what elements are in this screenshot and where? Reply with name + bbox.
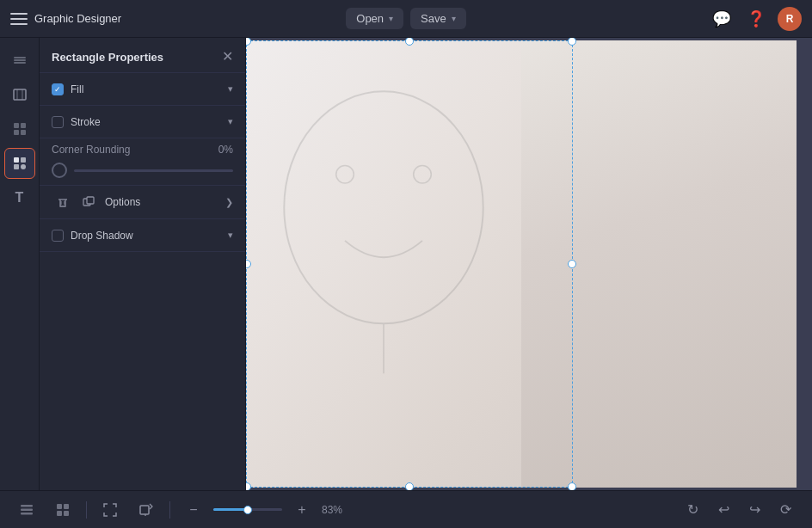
canvas-area[interactable] [246, 38, 812, 490]
svg-rect-26 [64, 504, 69, 509]
bottombar: − + 83% ↻ ↩ ↪ ⟳ [0, 490, 812, 528]
svg-rect-2 [14, 62, 26, 64]
redo-button[interactable]: ↪ [741, 497, 767, 523]
drop-shadow-checkbox[interactable] [52, 230, 64, 242]
svg-rect-11 [21, 157, 26, 163]
stroke-row: Stroke ▾ [40, 106, 245, 138]
corner-header: Corner Rounding 0% [52, 144, 233, 156]
menu-icon[interactable] [10, 13, 28, 25]
balloon-svg [263, 75, 504, 384]
options-chevron-icon[interactable]: ❯ [225, 197, 233, 208]
save-label: Save [421, 12, 446, 25]
sidebar-icon-elements[interactable] [4, 148, 35, 179]
fill-row: Fill ▾ [40, 73, 245, 106]
person-silhouette [521, 40, 797, 488]
properties-panel: Rectangle Properties ✕ Fill ▾ Stroke ▾ C… [40, 38, 246, 490]
layers-panel-icon[interactable] [14, 497, 40, 523]
refresh-icon-btn[interactable]: ↻ [680, 497, 705, 523]
svg-rect-24 [21, 513, 33, 515]
handle-mid-right[interactable] [568, 260, 576, 268]
open-button[interactable]: Open ▾ [346, 8, 403, 29]
svg-rect-12 [14, 164, 19, 169]
fit-screen-icon[interactable] [97, 497, 123, 523]
svg-rect-28 [64, 511, 69, 516]
options-label: Options [105, 196, 225, 208]
topbar-center: Open ▾ Save ▾ [346, 8, 465, 29]
topbar-right: 💬 ❓ R [466, 6, 802, 32]
zoom-control: − + 83% [181, 497, 349, 523]
zoom-thumb[interactable] [243, 506, 252, 514]
resize-icon[interactable] [133, 497, 159, 523]
panel-title: Rectangle Properties [52, 51, 163, 64]
undo-button[interactable]: ↩ [710, 497, 736, 523]
bottom-divider-2 [169, 501, 170, 519]
corner-circle-toggle[interactable] [52, 163, 67, 178]
svg-point-18 [284, 91, 483, 323]
stroke-expand-icon[interactable]: ▾ [228, 116, 233, 127]
svg-rect-7 [21, 123, 26, 128]
avatar[interactable]: R [778, 7, 802, 31]
svg-point-13 [21, 164, 26, 169]
handle-bottom-mid[interactable] [405, 482, 414, 490]
corner-value: 0% [218, 144, 233, 156]
svg-rect-0 [14, 57, 26, 58]
fill-checkbox[interactable] [52, 83, 64, 95]
history-icon-btn[interactable]: ⟳ [772, 497, 798, 523]
svg-rect-27 [57, 511, 62, 516]
help-icon-btn[interactable]: ❓ [743, 6, 769, 32]
zoom-in-button[interactable]: + [289, 497, 315, 523]
zoom-out-button[interactable]: − [181, 497, 206, 523]
open-label: Open [356, 12, 384, 25]
sidebar-icon-grid[interactable] [4, 114, 35, 144]
chat-icon-btn[interactable]: 💬 [709, 6, 735, 32]
main-area: T Rectangle Properties ✕ Fill ▾ Stroke ▾… [0, 38, 812, 490]
sidebar-icons: T [0, 38, 40, 490]
app-title: Graphic Designer [34, 12, 121, 25]
svg-rect-10 [14, 157, 19, 163]
options-row: Options ❯ [40, 186, 245, 219]
canvas-content [246, 38, 812, 490]
duplicate-icon[interactable] [77, 191, 100, 213]
save-chevron: ▾ [452, 14, 456, 23]
svg-rect-8 [14, 130, 19, 135]
handle-bottom-right[interactable] [568, 482, 576, 490]
sidebar-icon-text[interactable]: T [4, 182, 35, 213]
sidebar-icon-layers[interactable] [4, 45, 35, 76]
svg-rect-25 [57, 504, 62, 509]
topbar-left: Graphic Designer [10, 12, 346, 25]
corner-rounding-row: Corner Rounding 0% [40, 138, 245, 186]
sidebar-icon-adjust[interactable] [4, 79, 35, 110]
stroke-checkbox[interactable] [52, 116, 64, 128]
svg-rect-1 [14, 59, 26, 61]
grid-view-icon[interactable] [50, 497, 76, 523]
svg-point-20 [414, 165, 432, 183]
svg-rect-6 [14, 123, 19, 128]
zoom-slider[interactable] [213, 508, 282, 511]
fill-label: Fill [71, 83, 228, 95]
panel-header: Rectangle Properties ✕ [40, 38, 245, 73]
fill-expand-icon[interactable]: ▾ [228, 83, 233, 95]
svg-rect-23 [21, 508, 33, 511]
drop-shadow-row: Drop Shadow ▾ [40, 219, 245, 252]
corner-slider[interactable] [74, 169, 233, 172]
delete-icon[interactable] [52, 191, 74, 213]
corner-controls [52, 161, 233, 180]
handle-bottom-left[interactable] [246, 482, 251, 490]
options-icons [52, 191, 100, 213]
svg-rect-29 [140, 506, 149, 514]
zoom-fill [213, 508, 248, 511]
corner-title: Corner Rounding [52, 144, 130, 156]
close-panel-button[interactable]: ✕ [222, 50, 233, 64]
drop-shadow-label: Drop Shadow [71, 230, 228, 242]
svg-rect-17 [87, 197, 94, 204]
open-chevron: ▾ [389, 14, 393, 23]
drop-shadow-expand-icon[interactable]: ▾ [228, 230, 233, 241]
svg-rect-22 [21, 505, 33, 507]
save-button[interactable]: Save ▾ [410, 8, 466, 29]
topbar: Graphic Designer Open ▾ Save ▾ 💬 ❓ R [0, 0, 812, 38]
svg-rect-3 [14, 89, 26, 100]
svg-rect-9 [21, 130, 26, 135]
zoom-percent: 83% [322, 504, 349, 516]
stroke-label: Stroke [71, 116, 228, 128]
svg-point-19 [336, 165, 354, 183]
